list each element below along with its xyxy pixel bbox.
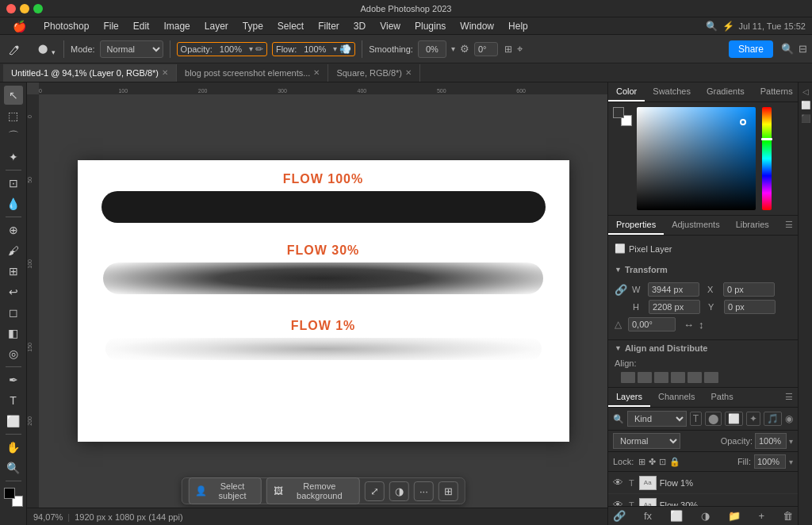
layer-visibility-icon[interactable]: 👁 xyxy=(613,477,626,489)
panel-toggle-btn[interactable]: ◁ xyxy=(800,86,811,97)
angle-input[interactable] xyxy=(628,317,676,331)
menu-window[interactable]: Window xyxy=(454,19,500,33)
opacity-dropdown[interactable]: ▾ xyxy=(789,437,793,446)
filter-icon-sm[interactable]: 🎵 xyxy=(764,412,782,426)
filter-icon-T[interactable]: T xyxy=(690,412,702,426)
align-center-v-btn[interactable] xyxy=(688,372,702,383)
menu-filter[interactable]: Filter xyxy=(312,19,346,33)
tab-swatches[interactable]: Swatches xyxy=(645,82,699,102)
eyedropper-tool[interactable]: 💧 xyxy=(4,194,23,213)
brush-preset-picker[interactable]: ⬤ ▾ xyxy=(29,40,57,59)
menu-help[interactable]: Help xyxy=(502,19,534,33)
align-header[interactable]: ▼ Align and Distribute xyxy=(608,340,798,356)
tab-untitled[interactable]: Untitled-1 @ 94,1% (Layer 0, RGB/8*) ✕ xyxy=(3,64,177,82)
settings-icon[interactable]: ⚙ xyxy=(460,43,469,55)
blur-tool[interactable]: ◎ xyxy=(4,344,23,363)
gradient-tool[interactable]: ◧ xyxy=(4,324,23,343)
menu-photoshop[interactable]: Photoshop xyxy=(37,19,95,33)
opacity-edit-icon[interactable]: ✏ xyxy=(255,44,263,55)
shape-tool[interactable]: ⬜ xyxy=(4,412,23,431)
fill-input[interactable] xyxy=(754,454,786,469)
tab-gradients[interactable]: Gradients xyxy=(699,82,753,102)
remove-background-button[interactable]: 🖼 Remove background xyxy=(266,477,360,504)
panel-icon-2[interactable]: ⬛ xyxy=(800,113,811,124)
spectrum-area[interactable] xyxy=(637,107,772,210)
brush-tool-icon[interactable] xyxy=(5,40,24,59)
align-left-btn[interactable] xyxy=(621,372,635,383)
menu-view[interactable]: View xyxy=(373,19,407,33)
magic-wand-tool[interactable]: ✦ xyxy=(4,148,23,167)
flip-v-icon[interactable]: ↕ xyxy=(699,319,704,331)
layer-visibility-icon[interactable]: 👁 xyxy=(613,499,626,506)
tab-channels[interactable]: Channels xyxy=(650,388,703,407)
lock-artboard-icon[interactable]: ⊡ xyxy=(659,457,666,467)
close-button[interactable] xyxy=(6,4,16,13)
maximize-button[interactable] xyxy=(33,4,43,13)
layer-filter-select[interactable]: Kind xyxy=(627,411,687,427)
share-button[interactable]: Share xyxy=(729,40,773,58)
menu-3d[interactable]: 3D xyxy=(347,19,372,33)
lock-position-icon[interactable]: ✤ xyxy=(649,457,656,467)
menu-file[interactable]: File xyxy=(97,19,124,33)
angle-input[interactable]: 0° xyxy=(474,42,498,56)
history-brush-tool[interactable]: ↩ xyxy=(4,282,23,301)
select-subject-button[interactable]: 👤 Select subject xyxy=(188,477,262,504)
properties-menu-icon[interactable]: ☰ xyxy=(780,216,798,235)
align-right-btn[interactable] xyxy=(654,372,668,383)
eraser-tool[interactable]: ◻ xyxy=(4,303,23,322)
filter-icon-px[interactable]: ⬜ xyxy=(725,412,743,426)
tab-libraries[interactable]: Libraries xyxy=(728,216,777,235)
h-input[interactable] xyxy=(649,300,700,314)
add-style-btn[interactable]: fx xyxy=(644,510,652,522)
color-spectrum[interactable] xyxy=(637,107,756,210)
canvas-document[interactable]: FLOW 100% FLOW 30% FLOW 1% xyxy=(78,160,569,442)
layers-menu-icon[interactable]: ☰ xyxy=(780,388,798,407)
lasso-tool[interactable]: ⌒ xyxy=(4,127,23,146)
tab-blog-close[interactable]: ✕ xyxy=(313,68,320,77)
create-group-btn[interactable]: 📁 xyxy=(728,510,741,522)
tab-properties[interactable]: Properties xyxy=(608,216,664,235)
crop-tool[interactable]: ⊡ xyxy=(4,174,23,193)
add-adjustment-btn[interactable]: ◑ xyxy=(701,510,710,522)
y-input[interactable] xyxy=(724,300,776,314)
flip-h-icon[interactable]: ↔ xyxy=(684,319,694,331)
x-input[interactable] xyxy=(723,282,775,297)
text-tool[interactable]: T xyxy=(4,391,23,410)
w-input[interactable] xyxy=(648,282,699,297)
tab-untitled-close[interactable]: ✕ xyxy=(162,68,168,77)
menu-type[interactable]: Type xyxy=(236,19,270,33)
panel-icon-1[interactable]: ⬜ xyxy=(800,99,811,110)
hand-tool[interactable]: ✋ xyxy=(4,438,23,457)
symmetry-icon[interactable]: ⌖ xyxy=(517,43,523,56)
menu-edit[interactable]: Edit xyxy=(127,19,156,33)
move-tool[interactable]: ↖ xyxy=(4,86,23,105)
opacity-input[interactable] xyxy=(215,44,247,54)
align-top-btn[interactable] xyxy=(671,372,685,383)
workspace-icon[interactable]: ⊟ xyxy=(799,43,807,55)
filter-toggle[interactable]: ◉ xyxy=(785,413,793,424)
tab-blog[interactable]: blog post screenshot elements... ✕ xyxy=(177,64,328,82)
flow-dropdown-icon[interactable]: ▾ xyxy=(333,44,337,53)
smoothing-input[interactable] xyxy=(418,40,446,58)
selection-tool[interactable]: ⬚ xyxy=(4,106,23,125)
tab-square[interactable]: Square, RGB/8*) ✕ xyxy=(328,64,420,82)
filter-icon[interactable]: ◑ xyxy=(389,481,409,501)
apple-menu[interactable]: 🍎 xyxy=(6,18,33,34)
layer-item[interactable]: 👁 T Aa Flow 1% xyxy=(608,472,798,494)
flow-input[interactable] xyxy=(299,44,331,54)
transform-icon[interactable]: ⤢ xyxy=(365,481,385,501)
search-icon[interactable]: 🔍 xyxy=(706,21,718,32)
filter-icon-sp[interactable]: ✦ xyxy=(746,412,760,426)
blend-mode-select[interactable]: Normal xyxy=(613,433,680,449)
brush-options-icon[interactable]: ⊞ xyxy=(504,44,512,55)
mode-select[interactable]: Normal xyxy=(100,40,163,58)
tab-square-close[interactable]: ✕ xyxy=(405,68,412,77)
menu-select[interactable]: Select xyxy=(271,19,310,33)
smoothing-dropdown-icon[interactable]: ▾ xyxy=(451,44,455,53)
path-tool[interactable]: ✒ xyxy=(4,370,23,389)
align-center-h-btn[interactable] xyxy=(638,372,652,383)
brush-tool[interactable]: 🖌 xyxy=(4,241,23,260)
menu-layer[interactable]: Layer xyxy=(198,19,235,33)
link-layers-btn[interactable]: 🔗 xyxy=(613,510,626,522)
minimize-button[interactable] xyxy=(20,4,29,13)
